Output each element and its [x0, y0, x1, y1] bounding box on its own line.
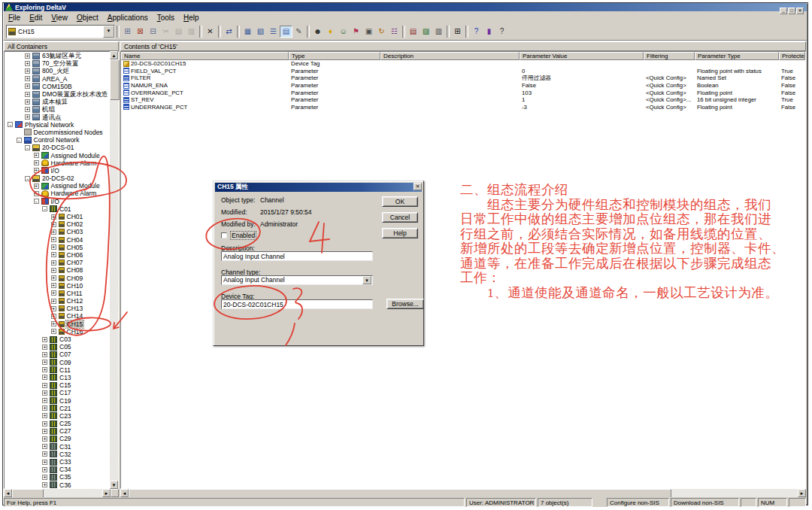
tree-item-20-dcs-02[interactable]: -20-DCS-02: [5, 175, 110, 182]
description-field[interactable]: [221, 251, 373, 261]
column-header-description[interactable]: Description: [380, 52, 520, 60]
tree-expander-plus-icon[interactable]: +: [51, 244, 56, 250]
tree-item-800[interactable]: +800_火炬: [5, 67, 110, 74]
scroll-right-icon[interactable]: ►: [798, 489, 806, 497]
tree-item-c32[interactable]: +C32: [5, 451, 110, 458]
tree-item-c07[interactable]: +C07: [5, 351, 110, 358]
small-icons-view-icon[interactable]: ▧: [254, 26, 267, 38]
menu-applications[interactable]: Applications: [103, 14, 153, 22]
tree-item-c09[interactable]: +C09: [5, 359, 110, 366]
tree-item-ch01[interactable]: +CH01: [5, 213, 110, 220]
tree-item-c29[interactable]: +C29: [5, 435, 110, 442]
tree-item-c03[interactable]: +C03: [5, 335, 110, 343]
tree-item-ch11[interactable]: +CH11: [5, 290, 110, 297]
close-button[interactable]: ✕: [796, 8, 804, 14]
tree-expander-plus-icon[interactable]: +: [25, 83, 30, 89]
menu-object[interactable]: Object: [72, 14, 103, 22]
tree-item-63[interactable]: +63氨罐区单元: [5, 52, 110, 59]
dialog-title-bar[interactable]: CH15 属性: [215, 183, 422, 192]
tree-expander-plus-icon[interactable]: +: [51, 306, 56, 311]
tree-expander-plus-icon[interactable]: +: [42, 421, 47, 427]
tree-expander-plus-icon[interactable]: +: [51, 237, 56, 242]
tree-item-c31[interactable]: +C31: [5, 443, 110, 451]
tree-item-c27[interactable]: +C27: [5, 427, 110, 435]
tree-expander-plus-icon[interactable]: +: [42, 390, 47, 396]
minimize-button[interactable]: _: [780, 8, 787, 14]
table-row-underrange-pct[interactable]: UNDERRANGE_PCTParameter-3<Quick Config>F…: [121, 104, 805, 111]
tree-expander-plus-icon[interactable]: +: [42, 467, 47, 472]
tree-item-ch06[interactable]: +CH06: [5, 251, 110, 259]
tree-expander-plus-icon[interactable]: +: [51, 283, 56, 288]
tree-expander-plus-icon[interactable]: +: [51, 314, 56, 319]
tree-vertical-scrollbar[interactable]: ▲ ▼: [110, 51, 118, 489]
tree-item-ch10[interactable]: +CH10: [5, 282, 110, 290]
column-header-name[interactable]: Name: [121, 52, 289, 60]
scroll-right-icon[interactable]: ►: [102, 489, 111, 497]
tree-expander-plus-icon[interactable]: +: [42, 460, 47, 465]
operator-icon[interactable]: ☷: [388, 26, 401, 38]
tree-item-ch05[interactable]: +CH05: [5, 244, 110, 251]
tree-item-c34[interactable]: +C34: [5, 466, 110, 473]
tree-expander-plus-icon[interactable]: +: [25, 68, 30, 74]
tree-item-com150b[interactable]: +COM150B: [5, 83, 110, 90]
explorer-hierarchy-icon[interactable]: ⊞: [121, 26, 134, 38]
dialog-close-icon[interactable]: ✕: [414, 183, 422, 190]
tree-expander-plus-icon[interactable]: +: [34, 184, 39, 189]
tree-item-item[interactable]: +通讯点: [5, 114, 110, 121]
control-studio-icon[interactable]: ⊞: [451, 26, 464, 38]
tree-expander-plus-icon[interactable]: +: [42, 398, 47, 403]
tree-item-decommissioned-nodes[interactable]: Decommissioned Nodes: [5, 129, 110, 136]
tree-expander-plus-icon[interactable]: +: [51, 299, 56, 304]
list-view-icon[interactable]: ☰: [267, 26, 280, 38]
tree-item-ch12[interactable]: +CH12: [5, 297, 110, 305]
tree-expander-plus-icon[interactable]: +: [51, 214, 56, 220]
tree-item-hardware-alarm[interactable]: +Hardware Alarm: [5, 190, 110, 197]
tree-expander-plus-icon[interactable]: +: [42, 429, 47, 434]
tree-expander-plus-icon[interactable]: +: [42, 451, 47, 457]
camera-icon[interactable]: ▣: [362, 26, 375, 38]
tree-expander-minus-icon[interactable]: -: [25, 145, 30, 150]
tree-expander-plus-icon[interactable]: +: [51, 268, 56, 273]
tree-item-i-o[interactable]: +I/O: [5, 167, 110, 175]
column-header-filtering[interactable]: Filtering: [644, 52, 695, 60]
filter-icon[interactable]: ✎: [292, 26, 305, 38]
tree-expander-minus-icon[interactable]: -: [8, 122, 13, 127]
tree-expander-plus-icon[interactable]: +: [51, 321, 56, 326]
tree-item-assigned-module[interactable]: +Assigned Module: [5, 182, 110, 190]
tree-expander-minus-icon[interactable]: -: [25, 176, 30, 181]
tree-expander-minus-icon[interactable]: -: [17, 138, 22, 143]
tree-expander-plus-icon[interactable]: +: [51, 275, 56, 281]
tree-item-ch16[interactable]: +CH16: [5, 328, 110, 335]
menu-view[interactable]: View: [47, 14, 72, 22]
tree-expander-plus-icon[interactable]: +: [42, 367, 47, 372]
tree-expander-plus-icon[interactable]: +: [42, 360, 47, 365]
tree-item-c19[interactable]: +C19: [5, 396, 110, 404]
tree-expander-plus-icon[interactable]: +: [42, 383, 47, 388]
tree-item-ch02[interactable]: +CH02: [5, 220, 110, 228]
tree-expander-plus-icon[interactable]: +: [25, 61, 30, 66]
table-row-namur-ena[interactable]: NAMUR_ENAParameterFalse<Quick Config>Boo…: [121, 82, 805, 90]
tree-item-c11[interactable]: +C11: [5, 366, 110, 374]
explorer-hierarchy-small-icon[interactable]: ⊟: [147, 26, 159, 38]
tree-item-assigned-module[interactable]: +Assigned Module: [5, 151, 110, 159]
tree-expander-plus-icon[interactable]: +: [42, 436, 47, 442]
tree-expander-plus-icon[interactable]: +: [34, 160, 39, 165]
tree-item-control-network[interactable]: -Control Network: [5, 136, 110, 144]
tree-item-ch09[interactable]: +CH09: [5, 274, 110, 281]
tree-item-ch03[interactable]: +CH03: [5, 228, 110, 235]
tree-item-item[interactable]: +机组: [5, 105, 110, 113]
help-button[interactable]: Help: [382, 228, 418, 238]
tree-expander-plus-icon[interactable]: +: [25, 107, 30, 112]
tree-expander-plus-icon[interactable]: +: [34, 168, 39, 173]
browse-button[interactable]: Browse...: [386, 299, 424, 309]
menu-help[interactable]: Help: [179, 14, 204, 22]
chevron-down-icon[interactable]: ▼: [362, 276, 371, 284]
restore-button[interactable]: □: [788, 8, 795, 14]
tree-expander-plus-icon[interactable]: +: [25, 53, 30, 59]
scroll-up-icon[interactable]: ▲: [110, 51, 118, 59]
tree-item-c25[interactable]: +C25: [5, 420, 110, 427]
column-header-protected[interactable]: Protected: [779, 52, 805, 60]
scroll-left-icon[interactable]: ◄: [4, 489, 12, 497]
tree-expander-plus-icon[interactable]: +: [34, 153, 39, 158]
menu-tools[interactable]: Tools: [153, 14, 179, 22]
